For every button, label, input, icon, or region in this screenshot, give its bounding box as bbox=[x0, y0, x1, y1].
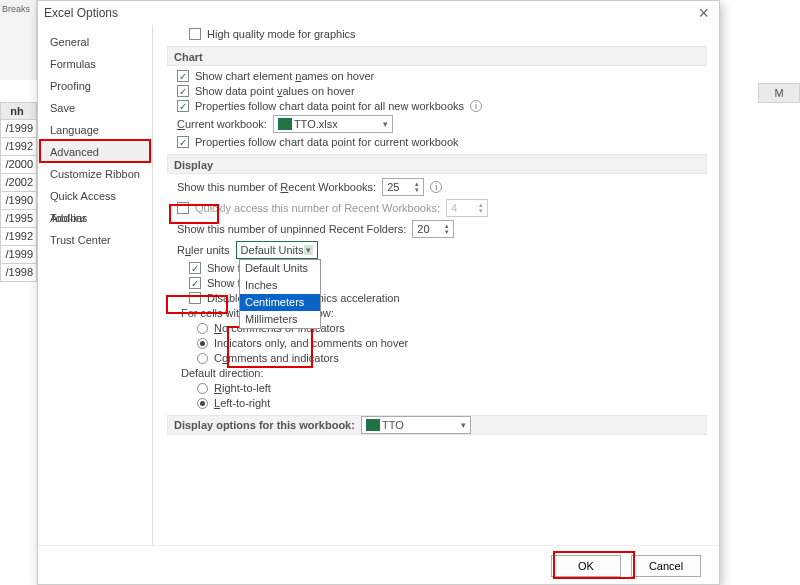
sidebar-item-formulas[interactable]: Formulas bbox=[38, 53, 152, 75]
cell[interactable]: /1992 bbox=[0, 228, 37, 246]
radio-indicators-only[interactable] bbox=[197, 338, 208, 349]
spinner-recent-workbooks[interactable]: 25▴▾ bbox=[382, 178, 424, 196]
info-icon[interactable]: i bbox=[470, 100, 482, 112]
checkbox-chart-names[interactable] bbox=[177, 70, 189, 82]
dialog-title: Excel Options bbox=[44, 6, 694, 20]
label-current-workbook: Current workbook: bbox=[177, 118, 267, 130]
col-header-m[interactable]: M bbox=[758, 83, 800, 103]
radio-rtl[interactable] bbox=[197, 383, 208, 394]
label-props-current: Properties follow chart data point for c… bbox=[195, 136, 459, 148]
label-props-all: Properties follow chart data point for a… bbox=[195, 100, 464, 112]
ribbon-fragment: Breaks bbox=[0, 0, 37, 80]
label-chart-values: Show data point values on hover bbox=[195, 85, 355, 97]
cell[interactable]: /1995 bbox=[0, 210, 37, 228]
cell[interactable]: /1990 bbox=[0, 192, 37, 210]
label-hq-graphics: High quality mode for graphics bbox=[207, 28, 356, 40]
sidebar-item-advanced[interactable]: Advanced bbox=[38, 141, 152, 163]
label-chart-names: Show chart element names on hover bbox=[195, 70, 374, 82]
cell[interactable]: /1999 bbox=[0, 120, 37, 138]
sidebar-item-qat[interactable]: Quick Access Toolbar bbox=[38, 185, 152, 207]
checkbox-quick-access[interactable] bbox=[177, 202, 189, 214]
info-icon[interactable]: i bbox=[430, 181, 442, 193]
label-comments-indicators: Comments and indicators bbox=[214, 352, 339, 364]
option-centimeters[interactable]: Centimeters bbox=[240, 294, 320, 311]
dropdown-ruler-units-list: Default Units Inches Centimeters Millime… bbox=[239, 259, 321, 329]
options-panel: High quality mode for graphics Chart Sho… bbox=[153, 25, 719, 545]
close-icon[interactable]: × bbox=[694, 3, 713, 24]
excel-icon bbox=[278, 118, 292, 130]
dropdown-current-workbook[interactable]: TTO.xlsx ▾ bbox=[273, 115, 393, 133]
dropdown-value: TTO.xlsx bbox=[294, 118, 338, 130]
radio-no-comments[interactable] bbox=[197, 323, 208, 334]
ok-button[interactable]: OK bbox=[551, 555, 621, 577]
cancel-button[interactable]: Cancel bbox=[631, 555, 701, 577]
cell[interactable]: /2000 bbox=[0, 156, 37, 174]
spinner-recent-folders[interactable]: 20▴▾ bbox=[412, 220, 454, 238]
col-header-a[interactable]: nh bbox=[0, 102, 37, 120]
label-recent-workbooks: Show this number of Recent Workbooks: bbox=[177, 181, 376, 193]
sidebar-item-general[interactable]: General bbox=[38, 31, 152, 53]
option-default-units[interactable]: Default Units bbox=[240, 260, 320, 277]
dropdown-workbook-display[interactable]: TTO ▾ bbox=[361, 416, 471, 434]
sidebar-item-addins[interactable]: Add-ins bbox=[38, 207, 152, 229]
cell[interactable]: /1998 bbox=[0, 264, 37, 282]
checkbox-show-formula-bar[interactable] bbox=[189, 262, 201, 274]
chevron-down-icon: ▾ bbox=[383, 119, 388, 129]
dropdown-ruler-units[interactable]: Default Units ▾ bbox=[236, 241, 318, 259]
radio-comments-indicators[interactable] bbox=[197, 353, 208, 364]
chevron-down-icon: ▾ bbox=[304, 245, 313, 255]
sidebar-item-customize-ribbon[interactable]: Customize Ribbon bbox=[38, 163, 152, 185]
label-ltr: Left-to-right bbox=[214, 397, 270, 409]
sidebar-item-save[interactable]: Save bbox=[38, 97, 152, 119]
checkbox-props-current[interactable] bbox=[177, 136, 189, 148]
excel-icon bbox=[366, 419, 380, 431]
checkbox-props-all[interactable] bbox=[177, 100, 189, 112]
label-direction-header: Default direction: bbox=[181, 367, 264, 379]
option-millimeters[interactable]: Millimeters bbox=[240, 311, 320, 328]
label-indicators-only: Indicators only, and comments on hover bbox=[214, 337, 408, 349]
checkbox-hq-graphics[interactable] bbox=[189, 28, 201, 40]
label-ruler-units: Ruler units bbox=[177, 244, 230, 256]
label-rtl: Right-to-left bbox=[214, 382, 271, 394]
checkbox-chart-values[interactable] bbox=[177, 85, 189, 97]
radio-ltr[interactable] bbox=[197, 398, 208, 409]
chevron-down-icon: ▾ bbox=[461, 415, 466, 435]
excel-options-dialog: Excel Options × General Formulas Proofin… bbox=[37, 0, 720, 585]
cell[interactable]: /2002 bbox=[0, 174, 37, 192]
sidebar-item-language[interactable]: Language bbox=[38, 119, 152, 141]
sidebar-item-trust-center[interactable]: Trust Center bbox=[38, 229, 152, 251]
options-sidebar: General Formulas Proofing Save Language … bbox=[38, 25, 153, 545]
cell[interactable]: /1999 bbox=[0, 246, 37, 264]
section-display: Display bbox=[167, 154, 707, 174]
sidebar-item-proofing[interactable]: Proofing bbox=[38, 75, 152, 97]
section-workbook-display: Display options for this workbook: TTO ▾ bbox=[167, 415, 707, 435]
label-recent-folders: Show this number of unpinned Recent Fold… bbox=[177, 223, 406, 235]
cell[interactable]: /1992 bbox=[0, 138, 37, 156]
spinner-quick-access: 4▴▾ bbox=[446, 199, 488, 217]
option-inches[interactable]: Inches bbox=[240, 277, 320, 294]
checkbox-disable-hw[interactable] bbox=[189, 292, 201, 304]
section-chart: Chart bbox=[167, 46, 707, 66]
label-quick-access: Quickly access this number of Recent Wor… bbox=[195, 202, 440, 214]
checkbox-show-screentips[interactable] bbox=[189, 277, 201, 289]
